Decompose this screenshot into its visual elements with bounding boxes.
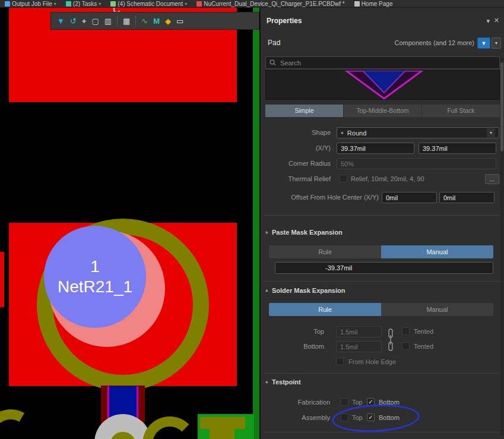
doc-tab-pcb[interactable]: NuCurrent_Dual_Device_Qi_Charger_P1E.PCB… [192, 0, 349, 8]
doc-tab-output-job[interactable]: Output Job File ▾ [0, 0, 61, 8]
solder-mask-top-input [336, 326, 382, 337]
divider [263, 432, 502, 432]
assembly-label: Assembly [261, 414, 330, 421]
divider [263, 215, 502, 216]
search-icon [270, 59, 276, 66]
solder-mask-manual-button[interactable]: Manual [381, 303, 493, 316]
silkscreen-bar-vertical [210, 429, 234, 439]
doc-tab-label: NuCurrent_Dual_Device_Qi_Charger_P1E.PCB… [204, 1, 344, 7]
section-solder-mask[interactable]: ▴ Solder Mask Expansion [261, 287, 504, 295]
thermal-relief-checkbox[interactable] [340, 175, 347, 182]
solder-mask-bottom-row: Bottom Tented [261, 341, 504, 353]
size-x-input[interactable] [337, 143, 414, 154]
shape-value: Round [347, 130, 483, 137]
thermal-relief-more-button[interactable]: ... [485, 174, 499, 184]
pad-designator: 1 [90, 257, 100, 277]
silkscreen-bar-horizontal [200, 417, 245, 429]
doc-tab-label: (2) Tasks [73, 1, 97, 7]
layer-edge-strip [253, 8, 259, 439]
scrollbar-thumb[interactable] [500, 62, 503, 151]
tented-bottom-label: Tented [414, 343, 433, 350]
crosshair-icon[interactable]: + [82, 17, 87, 25]
doc-tab-tasks[interactable]: (2) Tasks ▾ [61, 0, 106, 8]
panel-header: Properties ▾ ✕ [261, 16, 504, 27]
undo-arc-icon[interactable]: ↺ [70, 17, 77, 25]
collapse-icon: ▴ [265, 378, 268, 384]
paste-mask-manual-button[interactable]: Manual [381, 245, 493, 258]
paste-mask-value-input[interactable] [275, 262, 493, 274]
shape-row: Shape ● Round ▾ [261, 127, 504, 139]
solder-mask-bottom-input [336, 341, 382, 352]
document-tab-bar: Output Job File ▾ (2) Tasks ▾ (4) Schema… [0, 0, 504, 8]
toolbar-separator [135, 15, 136, 26]
pcb-doc-icon [196, 1, 202, 7]
section-testpoint[interactable]: ▴ Testpoint [261, 378, 504, 387]
section-paste-mask[interactable]: ▴ Paste Mask Expansion [261, 229, 504, 237]
search-input[interactable] [279, 59, 496, 67]
offset-label: Offset From Hole Center (X/Y) [261, 194, 379, 201]
silkscreen-letter-mid [142, 416, 197, 439]
component-icon[interactable]: ▦ [123, 17, 130, 25]
solder-mask-top-label: Top [261, 328, 324, 335]
tented-top-checkbox[interactable] [402, 327, 410, 335]
histogram-icon[interactable]: ▥ [104, 17, 112, 25]
fabrication-top-checkbox[interactable] [341, 398, 348, 406]
arc-route-icon[interactable]: M [153, 17, 160, 25]
corner-radius-label: Corner Radius [261, 160, 331, 167]
size-y-input[interactable] [419, 143, 496, 154]
from-hole-edge-checkbox[interactable] [336, 358, 344, 365]
shape-label: Shape [261, 129, 331, 136]
doc-tab-home[interactable]: Home Page [350, 0, 398, 8]
pad-outer-ring[interactable]: 1 NetR21_1 [37, 219, 209, 391]
corner-radius-row: Corner Radius [261, 158, 504, 170]
solder-mask-top-row: Top Tented [261, 326, 504, 338]
shape-dot-icon: ● [341, 130, 344, 135]
pad-net-label: NetR21_1 [58, 277, 132, 297]
section-title: Testpoint [272, 378, 301, 386]
xy-label: (X/Y) [261, 144, 331, 151]
selection-box-icon[interactable]: ▢ [91, 17, 99, 25]
solder-mask-bottom-label: Bottom [261, 343, 324, 350]
fabrication-label: Fabrication [261, 399, 330, 406]
doc-tab-label: Output Job File [12, 1, 52, 7]
chevron-down-icon: ▾ [99, 1, 101, 7]
panel-scrollbar [500, 58, 503, 435]
pad-preview-graphic [266, 71, 499, 99]
close-icon[interactable]: ✕ [494, 17, 499, 24]
thermal-relief-value: Relief, 10mil, 20mil, 4, 90 [351, 175, 424, 182]
filter-icon[interactable]: ▼ [57, 17, 65, 25]
tab-top-middle-bottom[interactable]: Top-Middle-Bottom [344, 105, 421, 117]
offset-x-input[interactable] [382, 192, 437, 203]
trace-icon[interactable]: ∿ [141, 17, 148, 25]
tented-bottom-checkbox[interactable] [402, 342, 410, 350]
paste-mask-value-row [261, 262, 504, 274]
scope-filter-dropdown[interactable]: ▾ [492, 37, 501, 49]
solder-mask-rule-button[interactable]: Rule [269, 303, 381, 316]
altium-window: Output Job File ▾ (2) Tasks ▾ (4) Schema… [0, 0, 504, 439]
tab-simple[interactable]: Simple [265, 105, 343, 117]
collapse-icon: ▴ [265, 229, 268, 235]
search-box [265, 56, 500, 69]
chevron-down-icon[interactable]: ▾ [486, 17, 490, 25]
pcb-canvas[interactable]: C 1 NetR21_1 ▼ ↺ + ▢ ▥ ▦ [0, 8, 260, 439]
object-row: Pad Components (and 12 more) ▼ ▾ [261, 36, 504, 50]
thermal-relief-label: Thermal Relief [261, 175, 331, 182]
fabrication-top-label: Top [352, 399, 363, 406]
offset-y-input[interactable] [439, 192, 495, 203]
offset-row: Offset From Hole Center (X/Y) [261, 192, 504, 204]
section-title: Paste Mask Expansion [272, 229, 343, 236]
plane-icon[interactable]: ▭ [176, 17, 183, 25]
panel-title: Properties [267, 17, 302, 25]
from-hole-edge-label: From Hole Edge [348, 358, 396, 365]
doc-tab-label: Home Page [362, 1, 393, 7]
pin-icon[interactable]: ◆ [165, 17, 171, 25]
doc-tab-schematic[interactable]: (4) Schematic Document ▾ [106, 0, 192, 8]
stack-mode-tabs: Simple Top-Middle-Bottom Full Stack [265, 105, 500, 117]
from-hole-edge-row: From Hole Edge [261, 356, 504, 368]
doc-tab-label: (4) Schematic Document [118, 1, 183, 7]
scope-filter-button[interactable]: ▼ [477, 37, 490, 49]
shape-select[interactable]: ● Round ▾ [337, 127, 499, 138]
selected-pad[interactable]: 1 NetR21_1 [44, 226, 146, 328]
tab-full-stack[interactable]: Full Stack [422, 105, 500, 117]
paste-mask-rule-button[interactable]: Rule [269, 245, 381, 258]
